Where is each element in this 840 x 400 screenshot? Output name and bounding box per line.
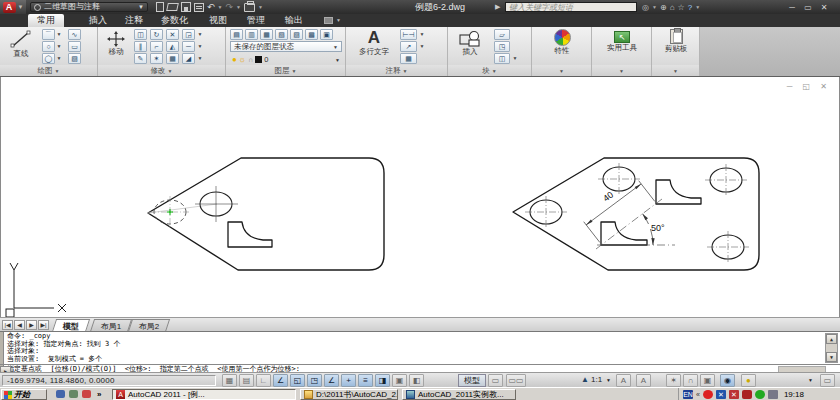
new-file-icon[interactable] — [156, 2, 164, 12]
panel-utilities-label[interactable]: ▼ — [592, 65, 651, 76]
tray-icon-green[interactable] — [755, 390, 765, 399]
search-expand-icon[interactable]: ▶ — [495, 3, 500, 11]
arc-icon[interactable]: ⌒ — [42, 29, 55, 40]
redo-icon[interactable]: ↷ — [226, 1, 234, 13]
panel-layers-label[interactable]: 图层 ▼ — [226, 65, 345, 76]
block-attach-icon[interactable]: ◫ — [494, 53, 510, 64]
properties-button[interactable]: 特性 — [546, 29, 578, 56]
tray-icon-blue[interactable]: ✕ — [716, 390, 726, 399]
tray-icon-shield[interactable] — [742, 390, 752, 399]
open-file-icon[interactable] — [166, 3, 179, 11]
tab-parametric[interactable]: 参数化 — [152, 14, 197, 27]
search-icon[interactable]: ◎ — [642, 3, 649, 12]
explode-icon[interactable]: ✶ — [150, 53, 163, 64]
quicklaunch-icon-1[interactable] — [56, 390, 65, 398]
layer-state-dropdown[interactable]: 未保存的图层状态▼ — [230, 41, 342, 52]
polar-toggle[interactable]: ∠ — [273, 374, 288, 387]
quickview-layouts-icon[interactable]: ▭ — [488, 374, 503, 387]
move-button[interactable]: 移动 — [102, 31, 130, 57]
osnap-toggle[interactable]: ◱ — [290, 374, 305, 387]
qp-toggle[interactable]: ▣ — [392, 374, 407, 387]
undo-icon[interactable]: ↶ — [207, 1, 215, 13]
taskbar-task-folder[interactable]: D:\2011书\AutoCAD_2... — [300, 389, 398, 400]
measure-dropdown[interactable]: ▼ — [197, 41, 203, 52]
plot-dropdown[interactable]: ▼ — [258, 1, 263, 13]
stretch-dropdown[interactable]: ▼ — [197, 29, 203, 40]
help-icon[interactable]: ? — [688, 3, 692, 12]
lwt-toggle[interactable]: ≡ — [358, 374, 373, 387]
array-icon[interactable]: ▦ — [166, 53, 179, 64]
dimension-icon[interactable]: ⊢⊣ — [400, 29, 417, 40]
tab-insert[interactable]: 插入 — [80, 14, 116, 27]
workspace-selector[interactable]: 二维草图与注释▼ — [30, 2, 148, 12]
minimize-button[interactable]: ─ — [786, 3, 798, 12]
panel-modify-label[interactable]: 修改 ▼ — [98, 65, 225, 76]
redo-dropdown[interactable]: ▼ — [236, 1, 241, 13]
dyn-toggle[interactable]: + — [341, 374, 356, 387]
chamfer-dropdown[interactable]: ▼ — [197, 53, 203, 64]
panel-annotate-label[interactable]: 注释 ▼ — [346, 65, 447, 76]
ducs-toggle[interactable]: ∠ — [324, 374, 339, 387]
taskbar-task-doc[interactable]: AutoCAD_2011实例教... — [402, 389, 516, 400]
arc-dropdown[interactable]: ▼ — [56, 29, 62, 40]
annotation-scale-value[interactable]: 1:1 — [591, 374, 602, 387]
table-icon[interactable]: ▦ — [400, 53, 417, 64]
command-scrollbar[interactable]: ▲ ▼ — [825, 333, 838, 363]
ortho-toggle[interactable]: ∟ — [256, 374, 271, 387]
start-button[interactable]: 开始 — [1, 389, 47, 400]
leader-icon[interactable]: ↗ — [400, 41, 417, 52]
tab-annotate[interactable]: 注释 — [116, 14, 152, 27]
panel-clipboard-label[interactable]: ▼ — [652, 65, 699, 76]
communication-icon[interactable]: ⌂ — [670, 3, 675, 12]
search-dropdown[interactable]: ▼ — [652, 1, 657, 13]
block-attr-icon[interactable]: ◳ — [494, 41, 510, 52]
fillet-icon[interactable]: ⌐ — [150, 41, 163, 52]
layer-isolate-icon[interactable]: ▧ — [275, 29, 288, 40]
dimension-dropdown[interactable]: ▼ — [419, 29, 425, 40]
layer-current-dropdown[interactable]: ● ☼ ∩ 0 ▼ — [230, 54, 342, 65]
quicklaunch-expand[interactable]: » — [97, 389, 101, 400]
hardware-accel-icon[interactable]: ▣ — [700, 374, 715, 387]
panel-draw-label[interactable]: 绘图 ▼ — [0, 65, 97, 76]
leader-dropdown[interactable]: ▼ — [419, 41, 425, 52]
tab-next-button[interactable]: ▶ — [26, 320, 37, 330]
block-edit-icon[interactable]: ▱ — [494, 29, 510, 40]
layer-match-icon[interactable]: ▥ — [245, 29, 258, 40]
ribbon-options-icon[interactable] — [324, 17, 333, 24]
erase-icon[interactable]: ✎ — [134, 53, 147, 64]
save-icon[interactable] — [181, 2, 191, 12]
layer-freeze-icon[interactable]: ▨ — [290, 29, 303, 40]
chamfer-icon[interactable]: ◢ — [182, 53, 195, 64]
tab-prev-button[interactable]: ◀ — [14, 320, 25, 330]
toolbar-lock-icon[interactable]: ∩ — [683, 374, 698, 387]
layer-properties-icon[interactable]: ▤ — [230, 29, 243, 40]
taskbar-task-autocad[interactable]: A AutoCAD 2011 - [例... — [112, 389, 296, 400]
restore-button[interactable]: ▭ — [802, 3, 814, 12]
mtext-button[interactable]: A 多行文字 — [354, 29, 394, 57]
subscription-icon[interactable]: ⊕ — [660, 3, 667, 12]
tab-view[interactable]: 视图 — [200, 14, 236, 27]
help-dropdown[interactable]: ▼ — [695, 1, 700, 13]
quickview-drawings-icon[interactable]: ▭▭ — [506, 374, 526, 387]
isolate-objects-icon[interactable]: ◉ — [720, 374, 735, 387]
close-button[interactable]: ✕ — [818, 3, 830, 12]
annotation-visibility-icon[interactable]: A — [616, 374, 631, 387]
tab-output[interactable]: 输出 — [276, 14, 312, 27]
offset-icon[interactable]: ∥ — [134, 41, 147, 52]
tab-first-button[interactable]: |◀ — [2, 320, 13, 330]
undo-dropdown[interactable]: ▼ — [218, 1, 223, 13]
tab-manage[interactable]: 管理 — [238, 14, 274, 27]
annotation-scale-dropdown[interactable]: ▼ — [606, 374, 611, 387]
panel-block-label[interactable]: 块 ▼ — [448, 65, 531, 76]
insert-button[interactable]: 插入 — [454, 30, 486, 57]
panel-properties-label[interactable]: ▼ — [532, 65, 591, 76]
rectangle-icon[interactable]: ▭ — [68, 41, 81, 52]
plot-icon[interactable] — [244, 3, 255, 12]
rotate-icon[interactable]: ↻ — [150, 29, 163, 40]
quicklaunch-icon-3[interactable] — [82, 390, 91, 398]
model-space-button[interactable]: 模型 — [458, 374, 486, 387]
workspace-switch-icon[interactable]: ✶ — [666, 374, 681, 387]
tab-last-button[interactable]: ▶| — [38, 320, 49, 330]
tpy-toggle[interactable]: ◨ — [375, 374, 390, 387]
drawing-canvas[interactable]: ─ ◱ ✕ — [0, 77, 840, 317]
